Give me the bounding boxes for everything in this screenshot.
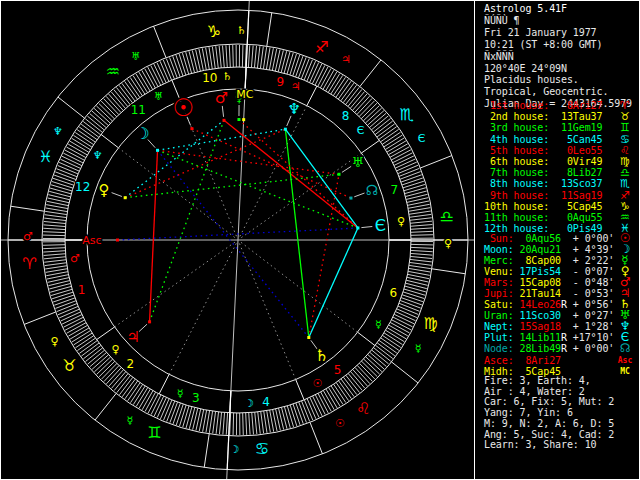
- house-4-ruler-icon: ☽: [244, 397, 254, 410]
- body-row: Node: 28Lib49R + 0°00'☊: [484, 343, 639, 354]
- body-row: Mars: 15Cap08 - 0°48'♂: [484, 277, 639, 288]
- house-row: 8th house: 13Sco37♏: [484, 178, 639, 189]
- angle-cusp-line: [245, 10, 249, 89]
- aspect-saturn-uranus: [309, 174, 339, 337]
- gemini-sign-icon: ♊: [147, 423, 161, 442]
- jupiter-position-dot: [148, 320, 151, 323]
- house-8-ruler-icon: Є: [357, 124, 365, 137]
- leo-ruler-icon: ☉: [335, 417, 345, 430]
- astrolog-window: ☉☽☿♀♂♃♄♅♆Є☊AscMC1♂2♀3☿4☽5☉6☿7♀8Є9♃10♄11♅…: [0, 0, 640, 480]
- house-number-8: 8: [342, 109, 350, 123]
- asce-glyph-icon: Asc: [614, 355, 636, 366]
- house-number-1: 1: [78, 283, 86, 297]
- ♏-sign-icon: ♏: [614, 178, 636, 189]
- angle-cusp-line: [227, 391, 231, 470]
- pisces-ruler-icon: ♆: [53, 125, 63, 138]
- aspect-saturn-pluto: [309, 228, 358, 338]
- house-number-9: 9: [276, 75, 284, 89]
- aspect-saturn-neptune: [285, 129, 308, 337]
- house-row: 3rd house: 11Gem19♊: [484, 122, 639, 133]
- body-row: Uran: 11Sco30 + 0°27'♅: [484, 310, 639, 321]
- house-number-3: 3: [192, 391, 200, 405]
- house-number-12: 12: [75, 180, 90, 194]
- body-row: Asce: 8Ari27 Asc: [484, 355, 639, 366]
- chart-header-info: Astrolog 5.41FÑÚÑÙ ¶Fri 21 January 19771…: [484, 3, 639, 110]
- moon-position-dot: [156, 149, 159, 152]
- aspect-mars-jupiter: [150, 120, 224, 322]
- sun-planet-icon: ☉: [173, 94, 195, 122]
- body-row: Merc: 8Cap00 + 2°22'☿: [484, 255, 639, 266]
- aspect-moon-neptune: [158, 129, 286, 150]
- asc-dot: [116, 239, 119, 242]
- house-number-5: 5: [334, 363, 342, 377]
- body-row: Plut: 14Lib11R +17°10'Є: [484, 332, 639, 343]
- house-10-ruler-icon: ♄: [222, 70, 232, 83]
- venus-position-dot: [124, 196, 127, 199]
- sagittarius-ruler-icon: ♃: [341, 53, 351, 66]
- house-cusp-line: [296, 380, 304, 400]
- pisces-sign-icon: ♓: [38, 147, 52, 166]
- house-cusp-list: 1st house: 8Ari27♈ 2nd house: 13Tau37♉ 3…: [484, 100, 639, 234]
- uranus-position-dot: [338, 173, 341, 176]
- planet-position-list: Sun: 0Aqu56 + 0°00'☉Moon: 20Aqu21 + 4°39…: [484, 233, 639, 377]
- taurus-sign-icon: ♉: [62, 356, 76, 375]
- header-line: 120°40E 24°09N: [484, 63, 639, 75]
- body-row: Jupi: 21Tau14 - 0°53'♃: [484, 288, 639, 299]
- jupiter-planet-icon: ♃: [126, 328, 139, 346]
- house-row: 2nd house: 13Tau37♉: [484, 111, 639, 122]
- sign-boundary: [391, 362, 418, 383]
- house-cusp-line: [159, 374, 169, 394]
- house-row: 5th house: 0Leo55♌: [484, 145, 639, 156]
- asc-label: Asc: [82, 234, 101, 247]
- natal-wheel-chart: ☉☽☿♀♂♃♄♅♆Є☊AscMC1♂2♀3☿4☽5☉6☿7♀8Є9♃10♄11♅…: [1, 1, 474, 479]
- house-cusp-line: [307, 86, 317, 106]
- aries-ruler-icon: ♂: [23, 230, 33, 243]
- house-cusp-line: [358, 332, 375, 345]
- house-number-4: 4: [262, 395, 270, 409]
- aspect-moon-jupiter: [150, 150, 158, 322]
- house-2-ruler-icon: ♀: [111, 343, 119, 356]
- ♊-sign-icon: ♊: [614, 122, 636, 133]
- element-summary: Fire: 3, Earth: 4,Air : 4, Water: 2Car: …: [484, 376, 639, 451]
- pluto-position-dot: [356, 226, 359, 229]
- scorpio-ruler-icon: Є: [418, 132, 426, 145]
- mercury-position-dot: [237, 118, 240, 121]
- libra-ruler-icon: ♀: [444, 237, 452, 250]
- house-3-ruler-icon: ☿: [177, 387, 184, 400]
- header-line: ÑxÑÑÑ: [484, 51, 639, 63]
- house-7-ruler-icon: ♀: [397, 215, 405, 228]
- node-planet-icon: ☊: [366, 182, 378, 198]
- venus-planet-icon: ♀: [99, 181, 110, 199]
- header-line: 10:21 (ST +8:00 GMT): [484, 39, 639, 51]
- gemini-ruler-icon: ☿: [127, 414, 134, 427]
- libra-sign-icon: ♎: [439, 207, 453, 226]
- uranus-planet-icon: ♅: [352, 154, 365, 170]
- moon-planet-icon: ☽: [135, 124, 149, 143]
- pane-divider: [474, 1, 475, 479]
- cancer-ruler-icon: ☽: [230, 443, 240, 456]
- header-line: Fri 21 January 1977: [484, 27, 639, 39]
- aspect-sun-node: [192, 129, 351, 198]
- app-title: Astrolog 5.41F: [484, 3, 639, 15]
- sign-boundary: [310, 422, 322, 454]
- house-row: 7th house: 8Lib27♎: [484, 167, 639, 178]
- aspect-venus-uranus: [125, 174, 339, 197]
- mars-position-dot: [222, 119, 225, 122]
- mars-planet-icon: ♂: [215, 89, 228, 107]
- sign-boundary: [204, 434, 209, 468]
- mc-label: MC: [236, 88, 253, 101]
- pluto-planet-icon: Є: [375, 216, 386, 235]
- neptune-planet-icon: ♆: [287, 100, 300, 118]
- sign-boundary: [10, 206, 44, 211]
- house-row: 1st house: 8Ari27♈: [484, 100, 639, 111]
- sign-boundary: [95, 393, 116, 420]
- neptune-position-dot: [284, 128, 287, 131]
- taurus-ruler-icon: ♀: [50, 335, 58, 348]
- house-number-11: 11: [131, 103, 146, 117]
- header-line: Tropical, Geocentric.: [484, 86, 639, 98]
- house-number-6: 6: [389, 286, 397, 300]
- sign-boundary: [360, 60, 381, 87]
- summary-line: Learn: 3, Share: 10: [484, 440, 639, 451]
- header-line: Placidus houses.: [484, 74, 639, 86]
- aries-sign-icon: ♈: [22, 254, 36, 273]
